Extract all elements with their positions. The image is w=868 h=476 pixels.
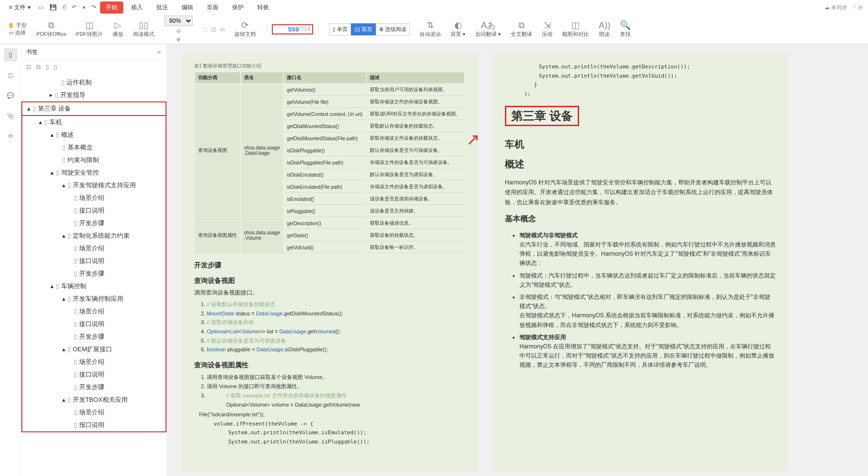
page-icon: ▯ bbox=[55, 91, 58, 98]
tab-start[interactable]: 开始 bbox=[100, 1, 123, 14]
crop-icon: ◫ bbox=[571, 21, 580, 30]
tree-node[interactable]: ▸ ▯开发指导 bbox=[21, 89, 167, 101]
read-mode-button[interactable]: ▯▯阅读模式 bbox=[130, 16, 157, 43]
rail-bookmark-icon[interactable]: ▯ bbox=[4, 48, 17, 62]
page-icon: ▯ bbox=[74, 333, 77, 340]
tree-node[interactable]: ▴ ▯车机 bbox=[22, 116, 166, 129]
select-tool[interactable]: ▭ 选择 bbox=[9, 29, 26, 36]
tree-node[interactable]: ▯场景介绍 bbox=[22, 356, 166, 368]
zoom-in-icon[interactable]: ⊕ bbox=[176, 36, 181, 43]
tab-protect[interactable]: 保护 bbox=[226, 1, 250, 14]
tree-node[interactable]: ▯接口说明 bbox=[22, 368, 166, 381]
zoom-out-icon[interactable]: ⊖ bbox=[176, 28, 181, 34]
page-input[interactable] bbox=[275, 26, 299, 33]
pdf-to-image[interactable]: ◫PDF转图片 bbox=[73, 16, 106, 43]
page-icon: ▯ bbox=[74, 409, 77, 416]
file-menu[interactable]: ≡ 文件 ▾ bbox=[5, 1, 34, 14]
read-aloud-button[interactable]: A))朗读 bbox=[596, 16, 613, 43]
next-page-icon[interactable]: 〉 bbox=[317, 26, 322, 33]
tree-node[interactable]: ▯场景介绍 bbox=[22, 406, 166, 419]
tree-node[interactable]: ▯接口说明 bbox=[22, 255, 166, 267]
tree-node[interactable]: ▯场景介绍 bbox=[22, 192, 166, 204]
find-button[interactable]: 🔍查找 bbox=[617, 16, 634, 43]
tab-edit[interactable]: 编辑 bbox=[176, 1, 199, 14]
api-table: 功能分类类名接口名描述查询设备视图ohos.data.usage .DataUs… bbox=[194, 71, 465, 254]
page-icon: ▯ bbox=[67, 181, 71, 189]
tree-node[interactable]: ▯开发步骤 bbox=[22, 381, 166, 394]
tree-node[interactable]: ▯基本概念 bbox=[22, 141, 166, 154]
tab-insert[interactable]: 插入 bbox=[125, 1, 149, 14]
tree-node[interactable]: ▴ ▯车辆控制 bbox=[22, 280, 166, 293]
page-icon: ▯ bbox=[61, 79, 65, 86]
tree-node[interactable]: ▴ ▯开发TBOX相关应用 bbox=[22, 394, 166, 406]
redo-icon[interactable]: ↷ bbox=[89, 3, 98, 12]
tree-node[interactable]: ▯开发步骤 bbox=[22, 267, 166, 280]
page-icon: ▯ bbox=[74, 207, 77, 214]
rail-comment-icon[interactable]: 💬 bbox=[4, 89, 17, 102]
crop-compare-button[interactable]: ◫截图和对比 bbox=[559, 16, 592, 43]
collapse-all-icon[interactable]: ⊟ bbox=[36, 64, 41, 70]
tree-node-chapter3[interactable]: ▴ ▯第三章 设备 bbox=[21, 101, 167, 116]
tree-node[interactable]: ▯接口说明 bbox=[22, 204, 166, 217]
save-icon[interactable]: 💾 bbox=[48, 3, 59, 12]
bg-button[interactable]: ◐背景 ▾ bbox=[448, 16, 468, 43]
print-icon[interactable]: ⎙ bbox=[61, 3, 68, 12]
tree-node[interactable]: ▴ ▯开发车辆控制应用 bbox=[22, 293, 166, 305]
view-single[interactable]: ▯ 单页 bbox=[329, 23, 351, 35]
rail-more-icon[interactable]: ⟳ bbox=[4, 130, 17, 143]
rail-thumbnail-icon[interactable]: ◫ bbox=[4, 68, 17, 82]
rail-attachment-icon[interactable]: 📎 bbox=[4, 109, 17, 123]
tree-node[interactable]: ▴ ▯OEM扩展接口 bbox=[22, 343, 166, 356]
sidebar-close-icon[interactable]: ✕ bbox=[157, 49, 162, 56]
hand-tool[interactable]: ✋ 手型 bbox=[8, 22, 27, 29]
tab-annotate[interactable]: 批注 bbox=[150, 1, 174, 14]
page-icon: ▯ bbox=[67, 396, 71, 403]
actual-size-icon[interactable]: ▭ bbox=[220, 26, 225, 33]
tab-convert[interactable]: 转换 bbox=[251, 1, 275, 14]
tree-node[interactable]: ▯开发步骤 bbox=[22, 330, 166, 343]
play-button[interactable]: ▷播放 bbox=[110, 16, 126, 43]
tree-node[interactable]: ▯报口说明 bbox=[22, 419, 166, 431]
share-button[interactable]: ↗ 分 bbox=[851, 4, 863, 11]
tree-node[interactable]: ▯场景介绍 bbox=[22, 305, 166, 318]
full-translate-button[interactable]: ⧉全文翻译 bbox=[508, 16, 535, 43]
menubar: ≡ 文件 ▾ ▭ 💾 ⎙ ↶ ▾ ↷ 开始 插入 批注 编辑 页面 保护 转换 … bbox=[0, 0, 868, 15]
tree-node[interactable]: ▯场景介绍 bbox=[22, 242, 166, 255]
tree-node[interactable]: ▯运作机制 bbox=[21, 76, 167, 89]
prev-page-icon[interactable]: 〈 bbox=[263, 26, 268, 33]
view-continuous[interactable]: ≣ 连续阅读 bbox=[376, 23, 410, 35]
expand-all-icon[interactable]: ⊡ bbox=[26, 64, 31, 70]
tree-node[interactable]: ▴ ▯开发驾驶模式支持应用 bbox=[22, 179, 166, 192]
rotate-button[interactable]: ⟳旋转文档 bbox=[232, 16, 259, 43]
del-bookmark-icon[interactable]: ▯ bbox=[54, 64, 57, 70]
view-double[interactable]: ▯▯ 双页 bbox=[351, 23, 376, 35]
tree-node[interactable]: ▯开发步骤 bbox=[22, 217, 166, 230]
tree-node[interactable]: ▴ ▯定制化系统能力约束 bbox=[22, 230, 166, 242]
side-rail: ▯ ◫ 💬 📎 ⟳ bbox=[0, 44, 21, 476]
main-layout: ▯ ◫ 💬 📎 ⟳ 书签 ✕ ⊡ ⊟ ▯ ▯ ▯运作机制 ▸ ▯开发指导 ▴ ▯… bbox=[0, 44, 868, 476]
tree-node[interactable]: ▯接口说明 bbox=[22, 318, 166, 330]
open-icon[interactable]: ▭ bbox=[36, 3, 46, 12]
page-icon: ▯ bbox=[74, 371, 77, 378]
compress-button[interactable]: ⇲压缩 bbox=[539, 16, 555, 43]
tree-node[interactable]: ▯约束与限制 bbox=[22, 154, 166, 166]
pdf-to-office[interactable]: ⧉PDF转Office bbox=[33, 16, 69, 43]
fit-page-icon[interactable]: ◫ bbox=[211, 26, 216, 33]
sync-status[interactable]: ☁ 未同步 bbox=[824, 4, 847, 11]
tab-page[interactable]: 页面 bbox=[201, 1, 224, 14]
auto-scroll-button[interactable]: ⇅自动滚动 bbox=[417, 16, 444, 43]
sel-translate-button[interactable]: Aあ划词翻译 ▾ bbox=[472, 16, 504, 43]
add-bookmark-icon[interactable]: ▯ bbox=[46, 64, 49, 70]
fit-width-icon[interactable]: ⬚ bbox=[202, 26, 207, 33]
zoom-select[interactable]: 90% bbox=[164, 16, 193, 26]
tree-node[interactable]: ▴ ▯概述 bbox=[22, 129, 166, 141]
paragraph: 调用查询设备视图接口。 bbox=[194, 288, 465, 297]
document-area[interactable]: 表1 数据存储管理接口功能介绍 功能分类类名接口名描述查询设备视图ohos.da… bbox=[167, 44, 868, 476]
undo-more[interactable]: ▾ bbox=[81, 3, 87, 12]
translate-icon: Aあ bbox=[481, 21, 496, 30]
heading: 查询设备视图属性 bbox=[194, 361, 465, 370]
undo-icon[interactable]: ↶ bbox=[70, 3, 79, 12]
page-right: ↗ System.out.println(theVolume.getDescri… bbox=[492, 54, 788, 471]
page-icon: ▯ bbox=[67, 295, 71, 302]
tree-node[interactable]: ▴ ▯驾驶安全管控 bbox=[22, 166, 166, 179]
